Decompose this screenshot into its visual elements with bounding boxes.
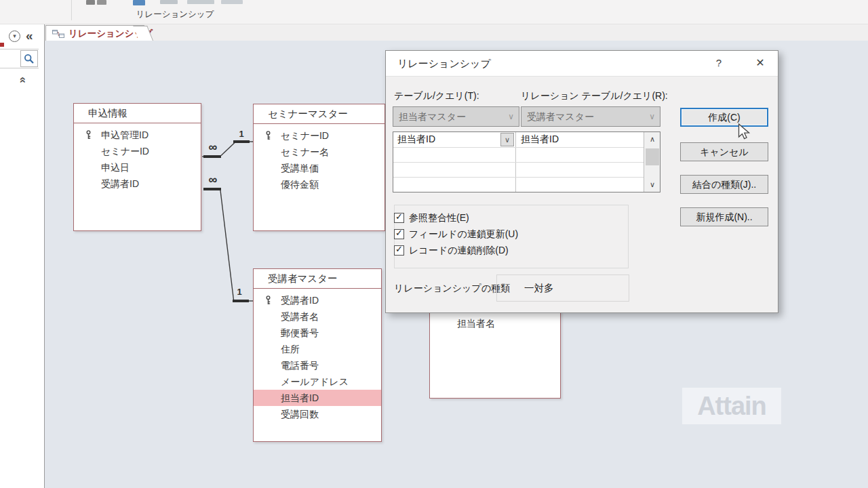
grid-cell-left-field[interactable]: 担当者ID <box>397 134 435 146</box>
relationship-type-label: リレーションシップの種類 <box>394 283 510 295</box>
new-button[interactable]: 新規作成(N).. <box>680 207 768 226</box>
field-row[interactable]: 申込管理ID <box>74 127 201 143</box>
table-query-combobox: 担当者マスター ∨ <box>393 106 519 127</box>
one-symbol: 1 <box>233 129 250 139</box>
dialog-title-bar[interactable]: リレーションシップ ? ✕ <box>386 51 778 77</box>
field-label: 申込管理ID <box>101 129 149 140</box>
relationship-type-value: 一対多 <box>524 282 554 295</box>
primary-key-icon <box>85 130 92 140</box>
table-box-seminar-master[interactable]: セミナーマスター セミナーID セミナー名 受講単価 優待金額 <box>253 104 385 231</box>
related-table-query-combobox: 受講者マスター ∨ <box>521 106 660 127</box>
cell-dropdown-button[interactable]: ∨ <box>500 133 514 146</box>
many-symbol: ∞ <box>204 140 222 154</box>
chevron-down-icon: ∨ <box>649 112 655 121</box>
join-type-button[interactable]: 結合の種類(J).. <box>680 175 768 194</box>
field-row[interactable]: 申込日 <box>74 159 201 176</box>
field-row[interactable]: 受講者ID <box>74 176 201 192</box>
many-symbol: ∞ <box>204 173 222 186</box>
relationships-dialog: リレーションシップ ? ✕ テーブル/クエリ(T): リレーション テーブル/ク… <box>385 50 778 313</box>
table-title[interactable]: 申込情報 <box>74 104 201 123</box>
field-row[interactable]: セミナー名 <box>254 144 384 160</box>
close-icon[interactable]: ✕ <box>751 56 770 69</box>
checkbox-checked-icon: ✓ <box>394 245 404 256</box>
scroll-up-icon[interactable]: ∧ <box>645 132 660 146</box>
field-row[interactable]: メールアドレス <box>254 373 381 390</box>
field-row[interactable]: 受講者名 <box>254 308 381 325</box>
primary-key-icon <box>264 131 272 140</box>
field-row[interactable]: 受講回数 <box>254 406 381 422</box>
table-title[interactable]: セミナーマスター <box>254 104 384 124</box>
table-query-label: テーブル/クエリ(T): <box>394 90 479 102</box>
field-row[interactable]: 住所 <box>254 341 381 357</box>
one-symbol: 1 <box>231 287 248 297</box>
table-box-jukousha-master[interactable]: 受講者マスター 受講者ID 受講者名 郵便番号 住所 電話番号 メールアドレス … <box>253 268 382 442</box>
field-row[interactable]: セミナーID <box>74 143 201 159</box>
dialog-title: リレーションシップ <box>397 58 491 70</box>
mouse-cursor <box>738 123 754 141</box>
cancel-button[interactable]: キャンセル <box>680 142 768 161</box>
table-title[interactable]: 受講者マスター <box>254 269 381 289</box>
access-relationships-window: リレーションシップ ▾ « « <box>0 0 868 488</box>
relationship-type-box: 一対多 <box>496 274 629 302</box>
scroll-down-icon[interactable]: ∨ <box>645 178 660 192</box>
field-row[interactable]: 受講者ID <box>254 292 381 308</box>
grid-scrollbar[interactable]: ∧ ∨ <box>644 132 660 192</box>
related-table-query-label: リレーション テーブル/クエリ(R): <box>521 90 668 102</box>
grid-row-line <box>393 162 644 163</box>
grid-row-line <box>393 177 644 178</box>
field-row[interactable]: 受講単価 <box>254 160 384 176</box>
field-row[interactable]: 優待金額 <box>254 176 384 192</box>
primary-key-icon <box>264 296 272 305</box>
field-pair-grid: 担当者ID ∨ 担当者ID ∧ ∨ <box>393 131 660 192</box>
field-row[interactable]: 担当者名 <box>430 315 560 331</box>
chevron-down-icon: ∨ <box>505 136 510 144</box>
checkbox-checked-icon: ✓ <box>394 229 404 239</box>
attain-watermark: Attain <box>682 388 781 424</box>
checkbox-checked-icon: ✓ <box>394 213 404 223</box>
chevron-down-icon: ∨ <box>508 112 514 121</box>
scrollbar-thumb[interactable] <box>646 148 659 165</box>
grid-row-line <box>393 147 644 148</box>
field-row[interactable]: 電話番号 <box>254 357 381 373</box>
table-box-moushikomi-jouhou[interactable]: 申込情報 申込管理ID セミナーID 申込日 受講者ID <box>73 103 201 231</box>
create-button[interactable]: 作成(C) <box>680 108 768 127</box>
grid-cell-right-field[interactable]: 担当者ID <box>521 134 559 146</box>
field-row[interactable]: セミナーID <box>254 127 384 144</box>
field-row[interactable]: 郵便番号 <box>254 325 381 341</box>
help-button[interactable]: ? <box>710 57 728 68</box>
field-row-selected[interactable]: 担当者ID <box>254 390 381 406</box>
